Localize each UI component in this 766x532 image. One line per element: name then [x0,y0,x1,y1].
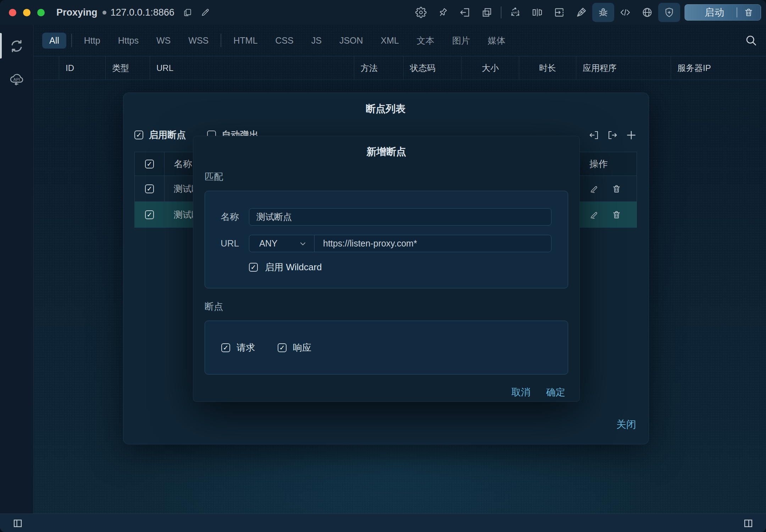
enable-breakpoint-toggle[interactable]: 启用断点 [134,129,186,141]
column-id: ID [59,56,106,79]
filter-tabbar: All Http Https WS WSS HTML CSS JS JSON X… [34,25,766,56]
save-session-icon[interactable] [548,3,570,22]
request-toggle[interactable]: 请求 [221,342,255,354]
tab-https[interactable]: Https [111,33,146,49]
app-window: Proxying 127.0.0.1:8866 NAT 启动 [0,0,766,532]
tab-js[interactable]: JS [304,33,329,49]
name-label: 名称 [221,211,243,223]
tab-separator [221,34,221,47]
panel-left-icon[interactable] [12,518,23,528]
response-checkbox[interactable] [278,343,287,352]
status-dot [102,11,106,15]
api-cloud-icon[interactable]: API [9,71,25,87]
row-checkbox[interactable] [145,210,154,219]
close-modal-link[interactable]: 关闭 [616,418,636,431]
column-status: 状态码 [404,56,462,79]
tab-html[interactable]: HTML [226,33,265,49]
enable-breakpoint-checkbox[interactable] [134,131,143,139]
proxy-address: 127.0.0.1:8866 [111,7,174,18]
close-window-button[interactable] [9,9,16,16]
globe-icon[interactable] [636,3,658,22]
tab-separator [71,34,72,47]
row-checkbox[interactable] [145,184,154,193]
column-size: 大小 [462,56,519,79]
header-check-cell [135,152,165,176]
windows-stack-icon[interactable] [476,3,498,22]
settings-gear-icon[interactable] [410,3,432,22]
sidebar-active-indicator [0,33,2,59]
row-check-cell [135,176,165,201]
response-label: 响应 [293,342,311,354]
panel-right-icon[interactable] [743,518,754,528]
response-toggle[interactable]: 响应 [278,342,311,354]
request-label: 请求 [237,342,255,354]
export-icon[interactable] [607,130,618,140]
copy-icon[interactable] [183,8,192,17]
nat-icon[interactable]: NAT [504,3,526,22]
column-method: 方法 [354,56,404,79]
name-input[interactable]: 测试断点 [249,208,551,226]
shield-add-icon[interactable] [658,3,680,22]
tab-media[interactable]: 媒体 [481,32,512,49]
tab-all[interactable]: All [42,33,66,49]
start-button[interactable]: 启动 [684,4,761,21]
tab-xml[interactable]: XML [374,33,406,49]
tab-image[interactable]: 图片 [445,32,477,49]
ok-button[interactable]: 确定 [546,386,565,399]
name-row: 名称 测试断点 [221,208,551,226]
tab-http[interactable]: Http [77,33,107,49]
tab-json[interactable]: JSON [332,33,370,49]
pin-icon[interactable] [432,3,454,22]
edit-icon[interactable] [589,184,599,194]
edit-pencil-icon[interactable] [201,8,210,17]
tab-ws[interactable]: WS [149,33,178,49]
cancel-button[interactable]: 取消 [511,386,531,399]
breakpoint-fieldset: 请求 响应 [205,321,568,375]
trash-icon[interactable] [737,7,761,17]
wildcard-checkbox[interactable] [249,263,258,272]
url-match-select[interactable]: ANY [249,235,315,252]
dialog-title: 新增断点 [205,145,568,159]
column-type: 类型 [106,56,150,79]
sync-icon[interactable] [9,38,24,54]
row-check-cell [135,202,165,227]
svg-text:API: API [13,77,20,82]
delete-icon[interactable] [612,184,621,194]
add-icon[interactable] [626,129,637,141]
start-button-label: 启动 [685,6,737,19]
tab-text[interactable]: 文本 [410,32,442,49]
column-url: URL [150,56,354,79]
modal-title: 断点列表 [134,102,637,116]
tab-css[interactable]: CSS [268,33,300,49]
column-app: 应用程序 [576,56,671,79]
delete-icon[interactable] [612,210,621,220]
maximize-window-button[interactable] [37,9,45,16]
new-breakpoint-dialog: 新增断点 匹配 名称 测试断点 URL ANY https://listen-p… [193,136,580,402]
wildcard-label: 启用 Wildcard [265,261,322,273]
url-label: URL [221,238,243,249]
wildcard-toggle[interactable]: 启用 Wildcard [249,261,551,273]
code-icon[interactable] [614,3,636,22]
column-expand [34,56,59,79]
edit-icon[interactable] [589,210,599,220]
match-section-label: 匹配 [205,171,568,183]
sidebar: API [0,25,34,514]
row-actions [579,202,637,227]
url-row: URL ANY https://listen-proxy.com* [221,235,551,252]
svg-text:NAT: NAT [512,11,518,14]
import-window-icon[interactable] [454,3,476,22]
select-all-checkbox[interactable] [145,160,154,168]
pen-nib-icon[interactable] [570,3,592,22]
app-title: Proxying [56,7,98,18]
import-icon[interactable] [589,130,599,140]
column-server-ip: 服务器IP [671,56,766,79]
tab-wss[interactable]: WSS [181,33,216,49]
minimize-window-button[interactable] [23,9,30,16]
search-icon[interactable] [745,34,757,47]
dialog-buttons: 取消 确定 [205,386,568,399]
bug-icon[interactable] [592,3,614,22]
mirror-split-icon[interactable] [526,3,548,22]
url-input[interactable]: https://listen-proxy.com* [315,235,551,252]
toolbar-separator [501,6,501,18]
request-checkbox[interactable] [221,343,230,352]
